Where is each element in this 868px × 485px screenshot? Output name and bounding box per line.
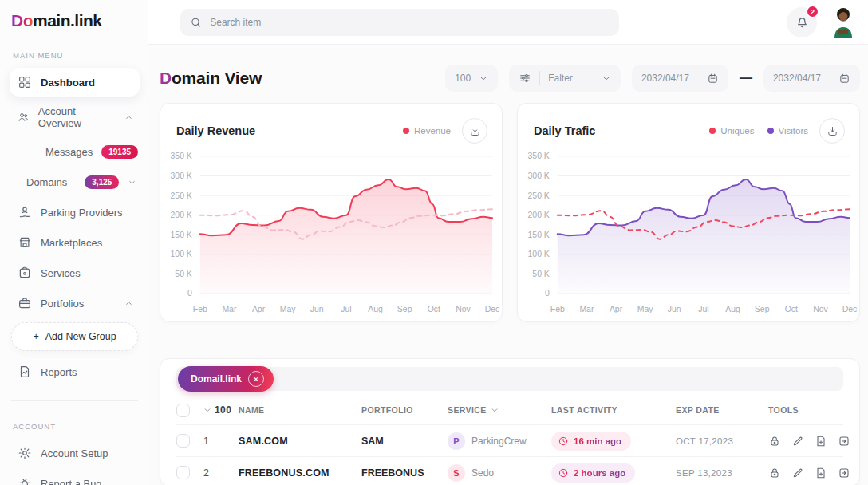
svg-text:Jul: Jul	[341, 305, 351, 313]
exp-date: OCT 17,2023	[676, 436, 768, 446]
sidebar-item-report-a-bug[interactable]: Report a Bug	[10, 469, 140, 485]
chevron-up-icon	[124, 299, 133, 308]
sidebar-item-services[interactable]: Services	[10, 258, 140, 287]
close-icon[interactable]: ✕	[248, 371, 264, 387]
row-checkbox[interactable]	[176, 466, 190, 479]
svg-text:150 K: 150 K	[528, 231, 550, 239]
edit-button[interactable]	[791, 467, 804, 479]
search-input[interactable]	[210, 17, 610, 28]
row-index: 1	[203, 436, 239, 447]
tools-cell	[768, 435, 850, 448]
sidebar-item-reports[interactable]: Reports	[10, 357, 140, 386]
filter-controls: 100 Falter 2032/04/17 — 2032/04/17	[445, 65, 860, 92]
svg-text:Apr: Apr	[610, 305, 623, 313]
sidebar-item-label: Parking Providers	[41, 207, 123, 219]
edit-button[interactable]	[791, 435, 804, 448]
page-size-value: 100	[455, 73, 471, 84]
date-from-picker[interactable]: 2032/04/17	[632, 65, 728, 92]
daily-revenue-chart: 350 K300 K250 K200 K150 K100 K50 K0FebMa…	[160, 148, 502, 317]
svg-text:100 K: 100 K	[171, 250, 192, 258]
daily-traffic-card: Daily Trafic UniquesVisitors 350 K300 K2…	[517, 103, 860, 322]
column-header-last-activity[interactable]: LAST ACTIVITY	[551, 405, 676, 415]
column-header-name[interactable]: NAME	[239, 405, 361, 415]
sidebar-item-account-setup[interactable]: Account Setup	[10, 439, 140, 467]
calendar-icon	[707, 73, 719, 85]
filter-dropdown[interactable]: Falter	[509, 65, 621, 92]
file-export-icon	[838, 467, 850, 479]
sidebar-item-portfolios[interactable]: Portfolios	[10, 289, 140, 317]
svg-text:300 K: 300 K	[528, 172, 550, 180]
column-header-portfolio[interactable]: PORTFOLIO	[361, 405, 448, 415]
note-add-button[interactable]	[815, 435, 827, 448]
column-header-exp-date[interactable]: EXP DATE	[676, 405, 768, 415]
chart-title: Daily Revenue	[176, 124, 255, 137]
activity-pill: 2 hours ago	[551, 463, 635, 483]
download-chart-button[interactable]	[462, 118, 487, 144]
sidebar-item-label: Services	[41, 267, 81, 279]
chevron-up-icon	[124, 113, 133, 122]
note-add-button[interactable]	[815, 467, 827, 479]
svg-text:Oct: Oct	[428, 305, 440, 313]
svg-text:300 K: 300 K	[171, 172, 192, 180]
briefcase-icon	[18, 296, 32, 310]
download-chart-button[interactable]	[819, 118, 845, 144]
portfolio-name: SAM	[361, 436, 448, 447]
row-checkbox[interactable]	[176, 434, 190, 448]
svg-text:200 K: 200 K	[528, 211, 550, 219]
portfolio-name: FREEBONUS	[361, 467, 448, 479]
svg-text:Dec: Dec	[485, 305, 500, 313]
activity-pill: 16 min ago	[551, 432, 631, 451]
export-button[interactable]	[838, 467, 850, 479]
filter-label: Falter	[548, 73, 573, 84]
domains-table-card: Domail.link ✕ 100 NAME PORTFOLIO SERVICE…	[160, 358, 860, 485]
lock-icon	[768, 467, 781, 479]
sidebar-item-domains[interactable]: Domains 3,125	[10, 168, 140, 196]
content: Domain View 100 Falter 2032/04/17 —	[148, 45, 868, 485]
column-header-tools: TOOLS	[768, 405, 843, 415]
legend-dot	[767, 128, 774, 134]
svg-text:100 K: 100 K	[528, 250, 550, 258]
active-filter-chip[interactable]: Domail.link ✕	[178, 366, 274, 392]
select-all-checkbox[interactable]	[176, 404, 190, 417]
column-header-service[interactable]: SERVICE	[448, 405, 551, 415]
table-filter-bar: Domail.link ✕	[176, 367, 843, 391]
svg-text:Sep: Sep	[755, 305, 770, 313]
service-cell: P ParkingCrew	[448, 432, 551, 450]
notifications-button[interactable]: 2	[787, 7, 817, 37]
row-count-dropdown[interactable]: 100	[203, 404, 239, 416]
legend-label: Uniques	[720, 126, 754, 136]
chevron-down-icon	[203, 406, 211, 414]
sidebar-item-marketplaces[interactable]: Marketplaces	[10, 228, 140, 257]
page-size-dropdown[interactable]: 100	[445, 65, 498, 92]
svg-text:350 K: 350 K	[528, 152, 550, 160]
pencil-icon	[791, 435, 804, 448]
svg-text:Aug: Aug	[725, 305, 740, 313]
date-from-value: 2032/04/17	[641, 73, 689, 84]
sidebar-item-label: Account Overview	[38, 105, 107, 129]
date-to-picker[interactable]: 2032/04/17	[763, 65, 860, 92]
sidebar-item-parking-providers[interactable]: Parking Providers	[10, 198, 140, 227]
table-row[interactable]: 1 SAM.COM SAM P ParkingCrew 16 min ago O…	[176, 424, 843, 456]
sidebar-item-account-overview[interactable]: Account Overview	[10, 98, 140, 136]
file-plus-icon	[815, 467, 827, 479]
lock-button[interactable]	[768, 467, 781, 479]
add-new-group-button[interactable]: + Add New Group	[11, 322, 138, 351]
svg-text:Jul: Jul	[698, 305, 708, 313]
daily-traffic-chart: 350 K300 K250 K200 K150 K100 K50 K0FebMa…	[518, 148, 859, 317]
logo-accent: Do	[11, 11, 33, 30]
export-button[interactable]	[838, 435, 850, 448]
search-bar[interactable]	[180, 9, 619, 36]
sidebar-item-dashboard[interactable]: Dashboard	[10, 68, 140, 97]
sidebar-item-label: Reports	[41, 366, 77, 378]
legend-item: Visitors	[767, 126, 809, 136]
sidebar-item-messages[interactable]: Messages 19135	[10, 138, 140, 166]
table-row[interactable]: 2 FREEBONUS.COM FREEBONUS S Sedo 2 hours…	[176, 456, 843, 485]
table-header-row: 100 NAME PORTFOLIO SERVICE LAST ACTIVITY…	[176, 396, 843, 424]
date-to-value: 2032/04/17	[773, 73, 821, 84]
user-avatar[interactable]	[830, 6, 857, 38]
clock-icon	[558, 436, 569, 447]
lock-button[interactable]	[768, 435, 781, 448]
report-icon	[18, 365, 32, 379]
bell-icon	[795, 14, 810, 30]
activity-text: 2 hours ago	[574, 468, 625, 478]
